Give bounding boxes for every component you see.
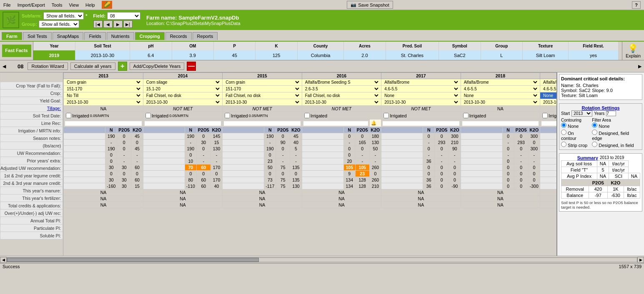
yield-2019[interactable]: 4.6-5.5 — [540, 86, 556, 92]
soiltest-date-2016-select[interactable]: 2013-10-30 — [303, 100, 380, 105]
subfarm-select[interactable]: Show all fields. — [43, 12, 84, 20]
tillage-2014-select[interactable]: Fall Chisel, no disk — [145, 93, 221, 98]
notes-2015[interactable] — [223, 120, 302, 127]
notes-2016[interactable] — [302, 120, 369, 127]
soiltest-date-2019-select[interactable]: 2013-10-30 — [541, 100, 556, 105]
right-collapse-btn[interactable]: ▶ — [638, 64, 641, 69]
tillage-2015-select[interactable]: Fall Chisel, no disk — [224, 93, 300, 98]
filter-none-radio[interactable] — [592, 122, 597, 128]
yield-2017[interactable]: 4.6-5.5 — [381, 86, 461, 92]
tillage-2015[interactable]: Fall Chisel, no disk — [223, 92, 302, 99]
nav-next[interactable]: ▶ — [113, 20, 123, 28]
irrigated-2019-checkbox[interactable] — [542, 113, 548, 118]
summary-title[interactable]: Summary — [577, 155, 598, 160]
menu-importexport[interactable]: Import/Export — [18, 2, 45, 7]
notes-2017-input[interactable] — [383, 121, 459, 126]
contouring-strip-radio[interactable] — [561, 142, 566, 147]
start-year-select[interactable]: 2013 — [571, 110, 592, 117]
notes-2018[interactable] — [461, 120, 540, 127]
filter-infield-radio[interactable] — [592, 142, 597, 147]
crop-2019[interactable]: Alfalfa/Brome — [540, 79, 556, 86]
tillage-2018[interactable]: None — [461, 92, 540, 99]
yield-2016[interactable]: 2.6-3.5 — [302, 86, 381, 92]
tillage-2018-select[interactable]: None — [462, 93, 539, 98]
yield-2014-select[interactable]: 15.1-20 — [145, 86, 221, 92]
contouring-oncontour-radio[interactable] — [561, 130, 566, 135]
menu-tools[interactable]: Tools — [52, 2, 63, 7]
soiltest-date-2018[interactable]: 2013-10-30 — [461, 99, 540, 106]
irrigated-2016-checkbox[interactable] — [304, 113, 310, 118]
notes-2016-input[interactable] — [303, 121, 368, 126]
notes-2014[interactable] — [143, 120, 222, 127]
tillage-2017[interactable]: None — [381, 92, 461, 99]
add-copy-delete-button[interactable]: Add/Copy/Delete Years — [130, 62, 185, 70]
notes-2014-input[interactable] — [145, 121, 221, 126]
soiltest-date-2016[interactable]: 2013-10-30 — [302, 99, 381, 106]
crop-2018-select[interactable]: Alfalfa/Brome — [462, 80, 539, 85]
yield-2016-select[interactable]: 2.6-3.5 — [303, 86, 380, 92]
years-input[interactable] — [606, 111, 616, 116]
soiltest-date-2018-select[interactable]: 2013-10-30 — [462, 100, 539, 105]
yield-2019-select[interactable]: 4.6-5.5 — [541, 86, 556, 92]
crop-2016[interactable]: Alfalfa/Brome Seeding S — [302, 79, 381, 86]
tab-farm[interactable]: Farm — [2, 32, 22, 40]
irrigated-2018-checkbox[interactable] — [463, 113, 469, 118]
irrigated-2015-checkbox[interactable] — [225, 113, 230, 118]
yield-2018-select[interactable]: 4.6-5.5 — [462, 86, 539, 92]
save-snapshot-button[interactable]: 📷 Save Snapshot — [347, 1, 393, 9]
scrollbar-thumb[interactable] — [7, 258, 259, 262]
crop-2013-select[interactable]: Corn grain — [65, 80, 141, 85]
soiltest-date-2013-select[interactable]: 2013-10-30 — [65, 100, 141, 105]
irrigation-2016[interactable]: Irrigated — [302, 112, 381, 120]
tillage-2016[interactable]: Fall Chisel, no disk — [302, 92, 381, 99]
irrigation-2018[interactable]: Irrigated — [461, 112, 540, 120]
crop-2015-select[interactable]: Corn grain — [224, 80, 300, 85]
scroll-right-btn[interactable]: ▶ — [637, 257, 644, 263]
crop-2014[interactable]: Corn silage — [143, 79, 222, 86]
nav-prev[interactable]: ◀ — [103, 20, 113, 28]
tab-fields[interactable]: Fields — [84, 32, 105, 40]
soiltest-date-2014[interactable]: 2013-10-30 — [143, 99, 222, 106]
delete-year-button[interactable]: — — [187, 62, 196, 71]
tillage-2016-select[interactable]: Fall Chisel, no disk — [303, 93, 380, 98]
crop-2018[interactable]: Alfalfa/Brome — [461, 79, 540, 86]
yield-2014[interactable]: 15.1-20 — [143, 86, 222, 92]
notes-2013[interactable] — [64, 120, 143, 127]
help-button[interactable]: ? — [632, 1, 641, 9]
scroll-left-btn[interactable]: ◀ — [0, 257, 7, 263]
rotation-wizard-button[interactable]: Rotation Wizard — [28, 62, 68, 70]
tab-reports[interactable]: Reports — [193, 32, 218, 40]
notes-2013-input[interactable] — [65, 121, 141, 126]
crop-2015[interactable]: Corn grain — [223, 79, 302, 86]
irrigated-2017-checkbox[interactable] — [383, 113, 389, 118]
tillage-2013[interactable]: No Till — [64, 92, 143, 99]
notes-2017[interactable] — [381, 120, 461, 127]
notes-2016-icon[interactable]: 🔔 — [369, 120, 381, 127]
crop-2016-select[interactable]: Alfalfa/Brome Seeding S — [303, 80, 380, 85]
tillage-2014[interactable]: Fall Chisel, no disk — [143, 92, 222, 99]
notes-2018-input[interactable] — [462, 121, 539, 126]
irrigation-2015[interactable]: Irrigated0.05/MRTN — [223, 112, 302, 120]
menu-help[interactable]: Help — [85, 2, 95, 7]
soiltest-date-2014-select[interactable]: 2013-10-30 — [145, 100, 221, 105]
tab-cropping[interactable]: Cropping — [135, 32, 165, 40]
soiltest-date-2013[interactable]: 2013-10-30 — [64, 99, 143, 106]
yield-2015-select[interactable]: 151-170 — [224, 86, 300, 92]
menu-file[interactable]: File — [3, 2, 11, 7]
soiltest-date-2015-select[interactable]: 2013-10-30 — [224, 100, 300, 105]
left-collapse-btn[interactable]: ◀ — [3, 64, 15, 69]
tillage-2017-select[interactable]: None — [383, 93, 459, 98]
calculate-all-years-button[interactable]: Calculate all years — [70, 62, 115, 70]
fast-facts-button[interactable]: Fast Facts — [2, 45, 31, 57]
soiltest-date-2017[interactable]: 2013-10-30 — [381, 99, 461, 106]
explain-button[interactable]: 💡 Explain — [622, 42, 644, 60]
notes-2019[interactable] — [540, 120, 556, 127]
scrollbar-track[interactable] — [7, 257, 637, 262]
tab-snapmaps[interactable]: SnapMaps — [53, 32, 84, 40]
tillage-2013-select[interactable]: No Till — [65, 93, 141, 98]
irrigated-2013-checkbox[interactable] — [66, 113, 71, 118]
nav-last[interactable]: ▶| — [123, 20, 133, 28]
irrigated-2014-checkbox[interactable] — [145, 113, 151, 118]
irrigation-2014[interactable]: Irrigated0.05/MRTN — [143, 112, 222, 120]
menu-view[interactable]: View — [69, 2, 79, 7]
